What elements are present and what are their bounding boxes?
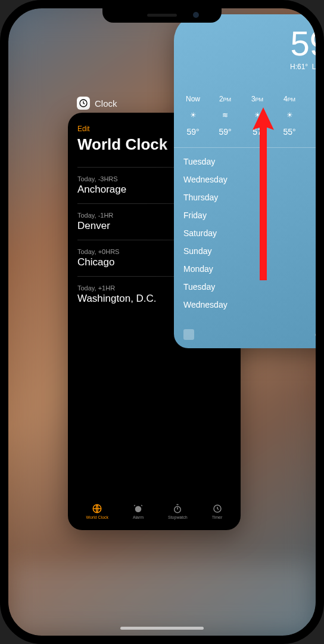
app-switcher[interactable]: Clock Edit World Clock Today, -3HRS Anch… (8, 8, 316, 636)
alarm-icon (133, 503, 144, 514)
day-row: Sunday ☁60% (183, 242, 316, 260)
tab-world-clock[interactable]: World Clock (86, 503, 108, 519)
timer-icon (212, 503, 223, 514)
sun-icon: ☀ (188, 110, 198, 120)
city-name: Anchorage (77, 184, 126, 196)
high-low: H:61° L:27° (174, 63, 316, 71)
day-row: Wednesday ⛅ (183, 296, 316, 314)
city-offset: Today, -1HR (77, 212, 113, 219)
day-row: Thursday ⛅ (183, 188, 316, 206)
stopwatch-icon (172, 503, 183, 514)
city-offset: Today, -3HRS (77, 175, 126, 182)
tab-alarm[interactable]: Alarm (133, 503, 144, 519)
hour-column: 4PM ☀ 55° (280, 95, 299, 137)
day-row: Monday ⛅ (183, 260, 316, 278)
hour-column: 3PM ☀ 57 (248, 95, 267, 137)
weather-app-card[interactable]: 59 H:61° L:27° Now ☀ 59° 2PM ≋ 59° 3PM (174, 14, 316, 348)
city-name: Chicago (77, 256, 119, 268)
tab-stopwatch[interactable]: Stopwatch (168, 503, 188, 519)
day-row: Saturday ☁60% (183, 224, 316, 242)
daily-forecast[interactable]: Tuesday ☀ Wednesday ≋ Thursday ⛅ Friday … (174, 148, 316, 318)
hour-column: 4: ☀ Su (312, 95, 316, 137)
tab-timer[interactable]: Timer (212, 503, 223, 519)
sun-icon: ☀ (253, 110, 262, 120)
current-temperature: 59 (174, 26, 316, 61)
hour-column: Now ☀ 59° (183, 95, 202, 137)
day-row: Tuesday ☀ (183, 153, 316, 171)
globe-icon (92, 503, 102, 514)
city-name: Washington, D.C. (77, 293, 157, 305)
clock-app-header: Clock (77, 97, 117, 110)
day-row: Wednesday ≋ (183, 171, 316, 188)
clock-app-name: Clock (95, 98, 117, 109)
wind-icon: ≋ (220, 110, 230, 120)
svg-point-2 (135, 506, 142, 513)
weather-channel-badge[interactable] (183, 329, 194, 340)
day-row: Tuesday ⛅ (183, 278, 316, 296)
city-offset: Today, +1HR (77, 284, 157, 292)
day-row: Friday ☁40% (183, 206, 316, 224)
screen: Clock Edit World Clock Today, -3HRS Anch… (8, 8, 316, 636)
hourly-forecast[interactable]: Now ☀ 59° 2PM ≋ 59° 3PM ☀ 57 4PM ☀ 5 (174, 71, 316, 148)
hour-column: 2PM ≋ 59° (216, 95, 235, 137)
weather-footer (183, 329, 316, 340)
home-indicator[interactable] (120, 627, 204, 630)
sun-icon: ☀ (285, 110, 294, 120)
clock-tabbar: World Clock Alarm Stopwatch Timer (68, 503, 241, 519)
city-name: Denver (77, 220, 113, 232)
city-offset: Today, +0HRS (77, 248, 119, 255)
clock-app-icon (77, 97, 90, 110)
page-indicator (315, 333, 316, 336)
